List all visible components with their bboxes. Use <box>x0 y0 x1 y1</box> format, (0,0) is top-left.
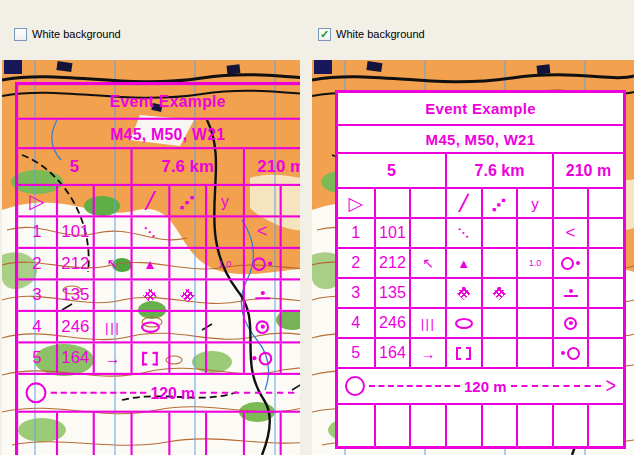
next-row-clipped <box>338 403 623 446</box>
control-description-card: Event Example M45, M50, W21 5 7.6 km 210… <box>15 82 300 455</box>
control-row-5: 5 164 → <box>338 337 623 367</box>
course-number: 5 <box>18 149 130 184</box>
depression-ellipse-icon <box>141 321 160 333</box>
course-info-row: 5 7.6 km 210 m <box>18 147 300 184</box>
finish-arrow-icon: > <box>605 373 616 399</box>
control-row-1: 1 101 ··· < <box>18 215 300 247</box>
dimension-label: 1.0 <box>205 249 242 278</box>
finish-distance: 120 m <box>464 378 507 395</box>
event-title: Event Example <box>338 93 623 124</box>
arrow-up-left-icon: ↖ <box>107 255 119 272</box>
y-feature-icon: y <box>221 192 229 210</box>
knoll-triangle-icon: ▲ <box>143 256 157 272</box>
diamond-line-icon: ◆◆◆ <box>490 194 509 213</box>
course-length: 7.6 km <box>131 149 243 184</box>
control-code: 212 <box>56 249 93 278</box>
event-title: Event Example <box>18 85 300 118</box>
control-row-4: 4 246 ||| <box>18 310 300 342</box>
course-climb: 210 m <box>243 149 300 184</box>
control-number: 1 <box>18 217 55 246</box>
control-row-2: 2 212 ↖ ▲ 1.0 <box>18 247 300 278</box>
slash-feature-icon: ╱ <box>459 194 468 212</box>
circle-dot-right-icon <box>252 257 272 271</box>
class-list: M45, M50, W21 <box>338 126 623 152</box>
card-title-row: Event Example <box>18 85 300 118</box>
finish-circle-icon <box>26 382 47 403</box>
control-code: 101 <box>56 217 93 246</box>
white-background-checkbox-left[interactable] <box>14 28 27 41</box>
circle-dot-right-icon <box>561 257 580 270</box>
arrow-right-icon: → <box>105 349 121 367</box>
dot-over-line-icon <box>564 289 578 297</box>
control-code: 246 <box>374 309 410 337</box>
circle-center-dot-icon <box>256 320 270 334</box>
control-number: 2 <box>338 249 374 277</box>
left-angle-icon: < <box>257 222 267 243</box>
control-number: 3 <box>338 279 374 307</box>
thicket-lattice-icon <box>180 288 195 303</box>
thicket-lattice-icon <box>492 286 506 300</box>
dashed-route-line <box>511 385 602 387</box>
checkmark-icon: ✓ <box>320 29 329 40</box>
control-code: 164 <box>374 339 410 367</box>
control-row-5: 5 164 → <box>18 341 300 373</box>
control-code: 246 <box>56 312 93 341</box>
three-bars-icon: ||| <box>421 316 436 331</box>
control-row-2: 2 212 ↖ ▲ 1.0 <box>338 247 623 277</box>
finish-row: 120 m > <box>338 367 623 403</box>
control-row-3: 3 135 <box>338 277 623 307</box>
start-triangle-icon: ▷ <box>29 191 44 211</box>
dimension-label: 1.0 <box>516 249 552 277</box>
card-title-row: Event Example <box>338 93 623 124</box>
control-code: 135 <box>374 279 410 307</box>
control-number: 5 <box>338 339 374 367</box>
circle-center-dot-icon <box>564 317 577 330</box>
white-background-label-left[interactable]: White background <box>32 28 121 40</box>
next-row-clipped <box>18 411 300 455</box>
control-code: 135 <box>56 280 93 309</box>
course-number: 5 <box>338 154 445 187</box>
ruin-brackets-icon <box>142 351 158 365</box>
finish-distance: 120 m <box>150 384 195 402</box>
dot-circle-icon <box>252 351 272 365</box>
dashed-route-line <box>199 392 295 394</box>
dashed-route-line <box>51 392 147 394</box>
control-row-1: 1 101 ··· < <box>338 217 623 247</box>
arrow-up-left-icon: ↖ <box>422 255 434 271</box>
control-code: 101 <box>374 219 410 247</box>
control-code: 212 <box>374 249 410 277</box>
finish-row: 120 m > <box>18 373 300 411</box>
white-background-checkbox-right[interactable]: ✓ <box>318 28 331 41</box>
class-list: M45, M50, W21 <box>18 120 300 147</box>
slash-feature-icon: ╱ <box>145 191 154 210</box>
control-number: 3 <box>18 280 55 309</box>
white-background-label-right[interactable]: White background <box>336 28 425 40</box>
start-triangle-icon: ▷ <box>349 194 364 213</box>
left-angle-icon: < <box>566 223 576 243</box>
dot-circle-icon <box>561 347 580 360</box>
course-climb: 210 m <box>552 154 623 187</box>
preview-panel-transparent-background: Event Example M45, M50, W21 5 7.6 km 210… <box>2 60 300 455</box>
thicket-lattice-icon <box>143 288 158 303</box>
preview-panel-white-background: Event Example M45, M50, W21 5 7.6 km 210… <box>312 60 634 455</box>
white-background-option-right[interactable]: ✓ White background <box>318 27 425 41</box>
control-row-3: 3 135 <box>18 278 300 310</box>
dashed-route-line <box>369 385 460 387</box>
course-info-row: 5 7.6 km 210 m <box>338 152 623 187</box>
y-feature-icon: y <box>531 195 539 212</box>
three-bars-icon: ||| <box>105 319 120 335</box>
dotted-line-icon: ··· <box>453 222 475 244</box>
control-number: 1 <box>338 219 374 247</box>
diamond-line-icon: ◆◆◆ <box>178 191 198 211</box>
thicket-lattice-icon <box>457 286 471 300</box>
card-classes-row: M45, M50, W21 <box>338 124 623 152</box>
start-row: ▷ ╱ ◆◆◆ y <box>18 184 300 215</box>
dotted-line-icon: ··· <box>139 221 162 244</box>
arrow-right-icon: → <box>421 345 436 362</box>
control-description-card: Event Example M45, M50, W21 5 7.6 km 210… <box>335 90 626 449</box>
control-row-4: 4 246 ||| <box>338 307 623 337</box>
control-number: 5 <box>18 343 55 372</box>
finish-arrow-icon: > <box>299 379 300 407</box>
knoll-triangle-icon: ▲ <box>457 256 470 271</box>
white-background-option-left[interactable]: White background <box>14 27 121 41</box>
